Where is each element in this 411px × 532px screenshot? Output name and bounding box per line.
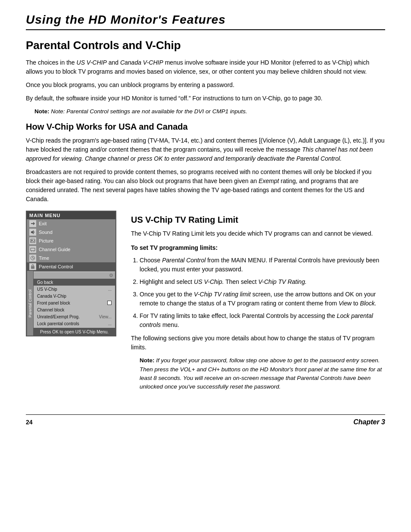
time-icon bbox=[29, 255, 36, 261]
exit-icon bbox=[29, 220, 36, 227]
menu-item-exit: Exit bbox=[27, 219, 115, 228]
svg-rect-10 bbox=[31, 266, 34, 269]
settings-icon: ⚙ bbox=[109, 273, 113, 278]
steps-list: Choose Parental Control from the MAIN ME… bbox=[140, 256, 385, 330]
sub-item-lockparental: Lock parental controls ... bbox=[34, 320, 115, 327]
sub-item-channelblock: Channel block bbox=[34, 306, 115, 313]
menu-item-parental: Parental Control bbox=[27, 262, 115, 271]
channel-label: Channel Guide bbox=[39, 247, 70, 252]
section1-para1: V-Chip reads the program's age-based rat… bbox=[26, 136, 385, 163]
time-label: Time bbox=[39, 255, 49, 261]
channel-icon bbox=[29, 246, 36, 253]
right-column: US V-Chip TV Rating Limit The V-Chip TV … bbox=[131, 211, 385, 397]
side-label: Parental Control bbox=[27, 271, 33, 336]
page-title: Using the HD Monitor's Features bbox=[26, 13, 385, 27]
exit-label: Exit bbox=[39, 221, 47, 226]
picture-icon bbox=[29, 237, 36, 244]
page-number: 24 bbox=[26, 419, 33, 426]
sub-item-goback: Go back bbox=[34, 279, 115, 286]
sound-icon bbox=[29, 229, 36, 236]
sub-menu-container: ⚙ Go back US V-Chip ... Canada V-Chip bbox=[33, 271, 115, 336]
chapter-label: Chapter 3 bbox=[353, 418, 385, 426]
intro-para-2: Once you block programs, you can unblock… bbox=[26, 81, 385, 90]
svg-marker-1 bbox=[31, 230, 34, 234]
menu-item-sound: Sound bbox=[27, 228, 115, 236]
sub-item-frontpanel: Front panel block bbox=[34, 299, 115, 306]
tv-menu-header: MAIN MENU bbox=[27, 212, 115, 219]
section2-para2: The following sections give you more det… bbox=[131, 334, 385, 352]
sub-item-usvchip: US V-Chip ... bbox=[34, 286, 115, 292]
section1-para2: Broadcasters are not required to provide… bbox=[26, 168, 385, 204]
parental-icon bbox=[29, 263, 36, 270]
step-4: For TV rating limits to take effect, loc… bbox=[140, 311, 385, 330]
picture-label: Picture bbox=[39, 238, 53, 243]
note-1: Note: Note: Parental Control settings ar… bbox=[34, 107, 385, 116]
menu-bottom-bar: Press OK to open US V-Chip Menu. bbox=[33, 328, 115, 336]
section1-heading: How V-Chip Works for USA and Canada bbox=[26, 122, 385, 132]
svg-rect-4 bbox=[31, 248, 35, 251]
section2-para1: The V-Chip TV Rating Limit lets you deci… bbox=[131, 229, 385, 238]
parental-label: Parental Control bbox=[39, 264, 73, 269]
sub-item-canadavchip: Canada V-Chip bbox=[34, 292, 115, 299]
page-footer: 24 Chapter 3 bbox=[26, 414, 385, 426]
menu-item-time: Time bbox=[27, 254, 115, 262]
menu-item-channel: Channel Guide bbox=[27, 245, 115, 254]
main-title: Parental Controls and V-Chip bbox=[26, 39, 385, 52]
tv-menu-column: MAIN MENU Exit Sound Picture bbox=[26, 211, 121, 397]
section2-heading: US V-Chip TV Rating Limit bbox=[131, 215, 385, 225]
svg-line-9 bbox=[33, 258, 34, 259]
intro-para-3: By default, the software inside your HD … bbox=[26, 94, 385, 103]
step-1: Choose Parental Control from the MAIN ME… bbox=[140, 256, 385, 274]
sub-panel: ⚙ Go back US V-Chip ... Canada V-Chip bbox=[33, 271, 115, 328]
sound-label: Sound bbox=[39, 230, 53, 235]
sub-item-unrated: Unrated/Exempt Prog. View... bbox=[34, 313, 115, 320]
front-panel-checkbox bbox=[107, 301, 112, 305]
intro-para-1: The choices in the US V-CHIP and Canada … bbox=[26, 58, 385, 76]
step-3: Once you get to the V-Chip TV rating lim… bbox=[140, 290, 385, 308]
menu-item-picture: Picture bbox=[27, 236, 115, 245]
page-header: Using the HD Monitor's Features bbox=[26, 13, 385, 30]
note-2: Note: If you forget your password, follo… bbox=[140, 356, 385, 391]
parental-submenu-area: Parental Control ⚙ Go back US V-Chip bbox=[27, 271, 115, 336]
tv-menu: MAIN MENU Exit Sound Picture bbox=[26, 211, 116, 336]
step-2: Highlight and select US V-Chip. Then sel… bbox=[140, 277, 385, 286]
sub-heading: To set TV programming limits: bbox=[131, 243, 385, 252]
two-column-section: MAIN MENU Exit Sound Picture bbox=[26, 211, 385, 397]
